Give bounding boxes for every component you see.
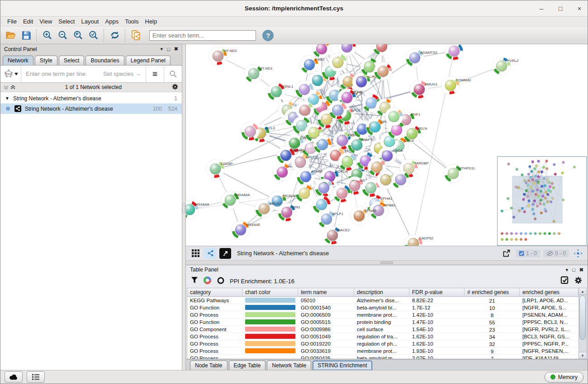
network-list-item[interactable]: String Network - Alzheimer's disease1005… [0,103,182,114]
column-header-FDR-p-value[interactable]: FDR p-value [409,288,465,296]
cell-term-name: GO:0051049 [298,333,354,340]
menu-item-file[interactable]: File [4,17,20,26]
column-header-chart-color[interactable]: chart color [242,288,298,296]
pan-control-icon[interactable] [572,248,584,259]
panel-float-icon[interactable]: □ [572,267,575,272]
svg-text:MS4A6E: MS4A6E [291,148,306,152]
panel-menu-icon[interactable]: ▾ [566,267,569,273]
collapse-all-icon[interactable] [4,85,9,90]
table-row[interactable]: GO FunctionGO:0001540beta-amyloid bi...1… [187,304,579,311]
zoom-in-button[interactable] [40,28,55,42]
string-view-button[interactable] [204,248,216,259]
column-header-enriched-genes[interactable]: enriched genes [520,288,579,296]
tab-edge-table[interactable]: Edge Table [229,361,266,370]
table-gear-icon[interactable] [574,276,583,286]
search-input[interactable] [149,30,256,41]
table-row[interactable]: GO ComponentGO:0009986cell surface1.54E-… [187,326,579,333]
ring-chart-button[interactable] [217,276,225,286]
filter-button[interactable] [191,276,198,286]
scrollbar-thumb[interactable] [579,295,586,340]
tab-string-enrichment[interactable]: STRING Enrichment [313,361,372,370]
string-query-input[interactable]: Enter one term per line. Set species → [21,66,146,82]
string-options-button[interactable]: ≡ [146,66,164,82]
menu-item-edit[interactable]: Edit [20,17,36,26]
zoom-out-button[interactable] [55,28,71,42]
tab-style[interactable]: Style [35,56,57,65]
cell-term-name: GO:0033619 [298,347,354,354]
table-row[interactable]: GO ProcessGO:0050435beta-amyloid m...2.0… [187,355,579,359]
panel-splitter[interactable] [182,44,186,370]
birdseye-minimap[interactable] [497,156,587,246]
tab-boundaries[interactable]: Boundaries [85,56,124,65]
panel-close-icon[interactable]: ✖ [579,267,583,273]
network-gear-icon[interactable] [171,83,179,92]
column-header-term-name[interactable]: term name [298,288,354,296]
import-network-button[interactable] [128,28,144,42]
column-header--enriched-genes[interactable]: # enriched genes [465,288,520,296]
menu-item-help[interactable]: Help [142,17,161,26]
close-button[interactable]: × [576,5,583,12]
splitter-grip[interactable] [183,203,185,213]
maximize-button[interactable]: □ [557,5,564,12]
table-row[interactable]: KEGG Pathways05010Alzheimer's dise...8.8… [187,297,579,304]
chart-settings-button[interactable] [203,276,212,286]
string-db-dropdown[interactable]: STRING [0,66,21,82]
panel-menu-icon[interactable]: ▾ [161,46,163,52]
panel-float-icon[interactable]: □ [167,47,170,52]
table-row[interactable]: GO ProcessGO:0033619membrane prot...1.93… [187,347,579,355]
svg-text:EPHA1: EPHA1 [380,197,393,201]
menu-item-apps[interactable]: Apps [102,17,122,26]
menu-item-layout[interactable]: Layout [78,17,102,26]
select-all-rows-button[interactable] [560,276,569,286]
scroll-down-arrow[interactable]: ▼ [579,352,586,359]
grid-view-button[interactable] [190,248,201,259]
network-list-item[interactable]: ▼String Network - Alzheimer's disease1 [0,93,182,103]
tab-legend-panel[interactable]: Legend Panel [126,56,171,65]
cell-description: regulation of ph... [354,340,409,347]
column-header-description[interactable]: description [354,288,409,296]
help-button[interactable]: ? [262,30,274,41]
column-header-category[interactable]: category [187,288,242,296]
menu-item-view[interactable]: View [36,17,55,26]
tab-network-table[interactable]: Network Table [267,361,311,370]
table-scrollbar[interactable]: ▲ ▼ [579,288,586,359]
zoom-fit-button[interactable] [71,28,86,42]
network-count: 524 [168,106,177,112]
open-session-button[interactable] [3,28,19,42]
save-session-button[interactable] [19,28,34,42]
chart-color-swatch [245,334,295,339]
task-list-button[interactable] [27,371,45,383]
refresh-network-button[interactable] [107,28,123,42]
enrichment-table[interactable]: categorychart colorterm namedescriptionF… [187,288,579,359]
cell-enriched-genes: [PSENEN, ADAM... [520,311,579,318]
table-row[interactable]: GO FunctionGO:0005515protein binding1.47… [187,318,579,326]
birdseye-toggle-button[interactable] [219,248,231,259]
toolbar-separator [125,29,126,42]
svg-text:BCHE: BCHE [352,90,362,94]
zoom-selected-button[interactable] [86,28,101,42]
memory-button[interactable]: Memory [545,372,583,383]
cloud-button[interactable] [5,371,23,383]
collapse-triangle-icon[interactable]: ▼ [5,96,9,101]
table-row[interactable]: GO ProcessGO:0051049regulation of tra...… [187,333,579,340]
menu-item-select[interactable]: Select [55,17,78,26]
tab-network[interactable]: Network [3,56,33,65]
network-canvas[interactable]: MT-ND2MT-ND1VSNL1GAB2IRS1ADAMTS2PVRL2SMU… [186,44,588,246]
tab-select[interactable]: Select [59,56,85,65]
expand-all-icon[interactable] [10,85,15,90]
minimize-button[interactable]: – [538,5,545,12]
table-row[interactable]: GO ProcessGO:0019220regulation of ph...1… [187,340,579,347]
string-search-bar: STRING Enter one term per line. Set spec… [0,66,182,83]
svg-text:ADAMTS2: ADAMTS2 [420,51,437,55]
chart-color-swatch [245,348,295,353]
string-search-button[interactable] [164,66,182,82]
table-row[interactable]: GO ProcessGO:0006509membrane prot...1.42… [187,311,579,318]
panel-close-icon[interactable]: ✖ [174,46,178,52]
menu-item-tools[interactable]: Tools [122,17,142,26]
export-network-button[interactable] [501,248,512,259]
scroll-up-arrow[interactable]: ▲ [579,288,586,295]
tab-node-table[interactable]: Node Table [190,361,228,370]
table-splitter[interactable] [186,260,588,265]
svg-text:CD2AP: CD2AP [221,162,233,166]
splitter-grip[interactable] [380,262,393,264]
